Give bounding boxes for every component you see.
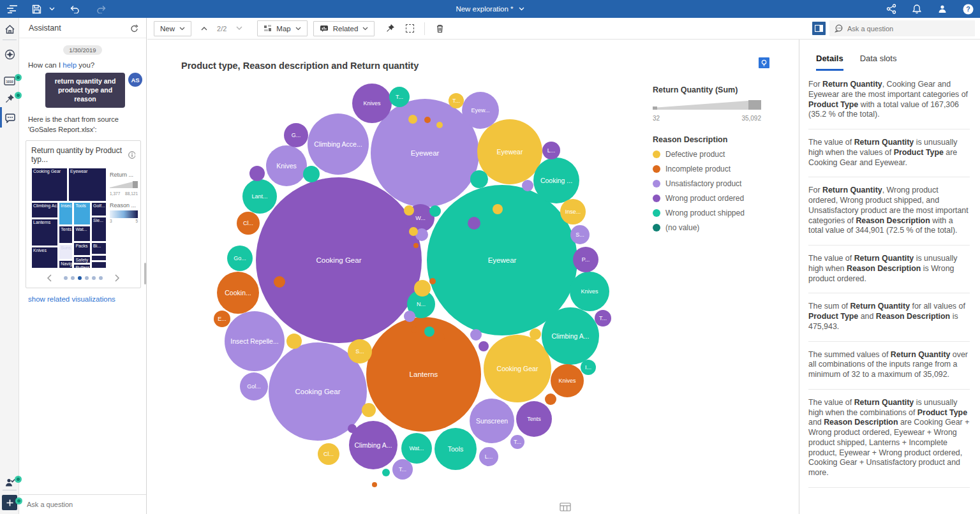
tab-details[interactable]: Details xyxy=(816,54,843,71)
treemap-tile[interactable]: Putters xyxy=(73,264,91,268)
bubble[interactable]: G... xyxy=(284,123,308,147)
treemap-tile[interactable]: Packs xyxy=(73,242,91,256)
related-visualizations-button[interactable]: Related xyxy=(313,21,375,36)
visualization-card[interactable]: Return quantity by Product typ... Cookin… xyxy=(26,140,141,288)
bubble[interactable]: Cl... xyxy=(237,212,260,235)
undo-icon[interactable] xyxy=(66,2,83,16)
treemap-tile[interactable]: Sle... xyxy=(91,217,107,242)
select-region-icon[interactable] xyxy=(403,22,417,36)
jobs-notification-badge[interactable] xyxy=(15,476,22,483)
bubble[interactable] xyxy=(530,328,541,340)
treemap-tile[interactable]: Eyewear xyxy=(68,168,107,202)
bubble[interactable]: Wat... xyxy=(401,433,432,464)
visualization-type-button[interactable]: Map xyxy=(257,20,307,36)
carousel-dot[interactable] xyxy=(78,276,82,280)
new-card-button[interactable]: New xyxy=(154,21,191,36)
info-icon[interactable] xyxy=(128,151,135,159)
bubble[interactable]: I... xyxy=(581,360,596,375)
carousel-dot[interactable] xyxy=(92,276,96,280)
bubble[interactable] xyxy=(362,403,376,417)
treemap-tile[interactable]: Safety xyxy=(73,256,91,263)
help-link[interactable]: help xyxy=(63,61,77,69)
bubble[interactable]: S... xyxy=(348,339,372,363)
bubble[interactable] xyxy=(411,327,417,333)
legend-item[interactable]: (no value) xyxy=(653,223,774,232)
pin-notification-badge[interactable] xyxy=(15,92,22,99)
bubble[interactable]: Tents xyxy=(516,401,552,437)
bubble[interactable]: Knives xyxy=(352,84,392,123)
bubble[interactable] xyxy=(429,205,441,217)
treemap-tile[interactable]: Wat... xyxy=(73,226,91,242)
bubble[interactable]: Knives xyxy=(266,145,307,186)
treemap-tile[interactable]: Climbing Ac... xyxy=(31,202,58,219)
help-icon[interactable]: ? xyxy=(960,2,976,16)
bubble[interactable] xyxy=(409,227,418,236)
bubble[interactable]: P... xyxy=(573,247,598,272)
bubble[interactable] xyxy=(468,217,480,230)
carousel-dot[interactable] xyxy=(85,276,89,280)
pin-card-icon[interactable] xyxy=(383,22,397,36)
share-icon[interactable] xyxy=(883,2,900,16)
data-table-icon[interactable] xyxy=(560,503,571,514)
save-icon[interactable] xyxy=(28,2,45,16)
show-related-link[interactable]: show related visualizations xyxy=(28,295,115,303)
bubble[interactable] xyxy=(424,117,431,123)
bubble[interactable] xyxy=(479,341,489,351)
legend-item[interactable]: Wrong product ordered xyxy=(653,194,774,203)
bubble[interactable] xyxy=(408,115,417,124)
bubble[interactable]: Cooking ... xyxy=(533,158,579,203)
legend-item[interactable]: Unsatisfactory product xyxy=(653,179,774,188)
bubble[interactable] xyxy=(470,170,488,188)
assistant-chat-icon[interactable] xyxy=(0,108,19,128)
bubble[interactable] xyxy=(545,393,556,405)
bubble[interactable] xyxy=(493,204,503,214)
treemap-tile[interactable]: Bi... xyxy=(91,242,107,254)
bubble[interactable] xyxy=(429,278,436,284)
carousel-prev-icon[interactable] xyxy=(47,274,52,282)
bubble[interactable]: S... xyxy=(570,225,590,244)
treemap-tile[interactable]: Lanterns xyxy=(31,219,58,246)
bubble[interactable]: Cl... xyxy=(318,443,339,465)
carousel-dot[interactable] xyxy=(71,276,75,280)
bubble[interactable]: L... xyxy=(542,142,560,159)
assistant-scrollbar[interactable] xyxy=(144,263,146,284)
treemap-tile[interactable]: Tools xyxy=(73,202,91,225)
bubble[interactable]: Cookin... xyxy=(217,272,259,314)
bubble[interactable] xyxy=(382,469,390,476)
assistant-question-input[interactable] xyxy=(19,501,134,508)
bubble[interactable]: Climbing Acce... xyxy=(308,114,369,175)
treemap-tile[interactable]: Knives xyxy=(31,247,58,268)
bubble[interactable]: Lant... xyxy=(242,179,277,214)
exploration-menu-icon[interactable] xyxy=(4,2,20,16)
ask-question-bar[interactable] xyxy=(829,20,975,36)
bubble[interactable] xyxy=(404,205,414,216)
bubble[interactable] xyxy=(372,482,377,487)
bubble[interactable] xyxy=(348,424,357,433)
redo-icon[interactable] xyxy=(93,2,110,16)
legend-item[interactable]: Defective product xyxy=(653,150,774,159)
bubble[interactable]: T... xyxy=(510,435,524,449)
treemap-tile[interactable]: Golf... xyxy=(91,202,107,216)
bubble[interactable]: Lanterns xyxy=(366,317,481,432)
explore-compass-icon[interactable] xyxy=(0,45,19,64)
bubble[interactable]: T... xyxy=(392,459,413,480)
treemap-tile[interactable] xyxy=(91,255,107,261)
ask-question-input[interactable] xyxy=(847,25,962,33)
details-panel-toggle[interactable] xyxy=(812,22,826,35)
treemap-tile[interactable]: Tents xyxy=(59,226,73,244)
bubble[interactable] xyxy=(286,334,302,349)
legend-item[interactable]: Wrong product shipped xyxy=(653,209,774,217)
bubble[interactable]: Insect Repelle... xyxy=(225,311,285,371)
bubble[interactable] xyxy=(404,311,415,322)
bubble[interactable]: Gol... xyxy=(240,372,268,400)
bubble[interactable]: T... xyxy=(389,87,410,107)
bubble[interactable]: E... xyxy=(214,311,230,327)
treemap-tile[interactable]: Insec... xyxy=(59,202,73,225)
home-icon[interactable] xyxy=(0,20,19,39)
bubble[interactable]: Cooking Gear xyxy=(484,335,551,402)
insights-lightbulb-icon[interactable] xyxy=(759,57,769,68)
save-chevron-icon[interactable] xyxy=(47,2,56,16)
bubble[interactable]: Tools xyxy=(434,428,477,470)
carousel-dot[interactable] xyxy=(64,276,68,280)
carousel-next-icon[interactable] xyxy=(115,274,120,282)
